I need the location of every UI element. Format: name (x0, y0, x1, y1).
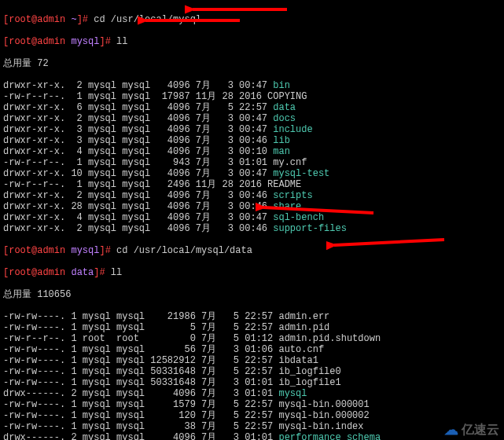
arrow-annotation (138, 14, 248, 27)
file-name: mysql-bin.index (278, 421, 363, 432)
total-line: 总用量 72 (3, 58, 501, 69)
file-name: my.cnf (273, 157, 307, 168)
file-name: bin (273, 80, 290, 91)
file-entry: -rw-r--r--. 1 mysql mysql 2496 11月 28 20… (3, 179, 501, 190)
total-line: 总用量 110656 (3, 289, 501, 300)
arrow-annotation (326, 236, 452, 251)
file-name: admin.pid.shutdown (278, 333, 381, 344)
file-name: data (273, 102, 296, 113)
file-name: support-files (273, 223, 347, 234)
file-name: ib_logfile0 (278, 366, 340, 377)
file-entry: drwxr-xr-x. 2 mysql mysql 4096 7月 3 00:4… (3, 190, 501, 201)
file-entry: -rw-rw----. 1 mysql mysql 56 7月 3 01:06 … (3, 344, 501, 355)
svg-line-4 (334, 240, 444, 245)
file-entry: drwxr-xr-x. 2 mysql mysql 4096 7月 3 00:4… (3, 223, 501, 234)
file-name: README (267, 179, 301, 190)
file-name: admin.err (278, 311, 329, 322)
file-entry: drwxr-xr-x. 10 mysql mysql 4096 7月 3 00:… (3, 168, 501, 179)
watermark: ☁ 亿速云 (444, 424, 499, 435)
file-entry: drwxr-xr-x. 2 mysql mysql 4096 7月 3 00:4… (3, 113, 501, 124)
file-name: mysql-bin.000002 (278, 410, 369, 421)
file-entry: -rw-rw----. 1 mysql mysql 50331648 7月 5 … (3, 366, 501, 377)
file-name: mysql-test (273, 168, 329, 179)
file-name: docs (273, 113, 296, 124)
terminal-output: [root@admin ~]# cd /usr/local/mysql [roo… (0, 0, 504, 440)
file-name: mysql (278, 388, 307, 399)
file-entry: drwx------. 2 mysql mysql 4096 7月 3 01:0… (3, 388, 501, 399)
file-name: performance_schema (278, 432, 381, 440)
svg-line-3 (263, 207, 373, 213)
prompt-line[interactable]: [root@admin data]# ll (3, 267, 501, 278)
file-name: ib_logfile1 (278, 377, 340, 388)
file-name: mysql-bin.000001 (278, 399, 369, 410)
cloud-icon: ☁ (444, 424, 458, 435)
arrow-annotation (256, 201, 381, 217)
file-entry: drwxr-xr-x. 4 mysql mysql 4096 7月 3 00:1… (3, 146, 501, 157)
file-entry: -rw-rw----. 1 mysql mysql 120 7月 5 22:57… (3, 410, 501, 421)
file-name: man (273, 146, 290, 157)
file-name: COPYING (267, 91, 307, 102)
file-entry: -rw-rw----. 1 mysql mysql 38 7月 5 22:57 … (3, 421, 501, 432)
file-name: include (273, 124, 312, 135)
file-name: scripts (273, 190, 312, 201)
file-entry: drwxr-xr-x. 28 mysql mysql 4096 7月 3 00:… (3, 201, 501, 212)
file-entry: -rw-rw----. 1 mysql mysql 5 7月 5 22:57 a… (3, 322, 501, 333)
prompt-line[interactable]: [root@admin ~]# cd /usr/local/mysql (3, 14, 501, 25)
file-entry: -rw-r--r--. 1 mysql mysql 943 7月 3 01:01… (3, 157, 501, 168)
file-entry: -rw-rw----. 1 mysql mysql 1579 7月 5 22:5… (3, 399, 501, 410)
file-entry: drwxr-xr-x. 4 mysql mysql 4096 7月 3 00:4… (3, 212, 501, 223)
file-name: admin.pid (278, 322, 329, 333)
file-entry: drwxr-xr-x. 3 mysql mysql 4096 7月 3 00:4… (3, 124, 501, 135)
file-entry: -rw-r--r--. 1 mysql mysql 17987 11月 28 2… (3, 91, 501, 102)
file-entry: -rw-rw----. 1 mysql mysql 12582912 7月 5 … (3, 355, 501, 366)
file-entry: -rw-rw----. 1 mysql mysql 21986 7月 5 22:… (3, 311, 501, 322)
file-entry: -rw-r--r--. 1 root root 0 7月 5 01:12 adm… (3, 333, 501, 344)
file-entry: drwx------. 2 mysql mysql 4096 7月 3 01:0… (3, 432, 501, 440)
file-name: auto.cnf (278, 344, 324, 355)
file-entry: drwxr-xr-x. 3 mysql mysql 4096 7月 3 00:4… (3, 135, 501, 146)
file-entry: drwxr-xr-x. 2 mysql mysql 4096 7月 3 00:4… (3, 80, 501, 91)
file-entry: drwxr-xr-x. 6 mysql mysql 4096 7月 5 22:5… (3, 102, 501, 113)
file-entry: -rw-rw----. 1 mysql mysql 50331648 7月 3 … (3, 377, 501, 388)
file-name: ibdata1 (278, 355, 318, 366)
prompt-line[interactable]: [root@admin mysql]# ll (3, 36, 501, 47)
file-name: lib (273, 135, 290, 146)
